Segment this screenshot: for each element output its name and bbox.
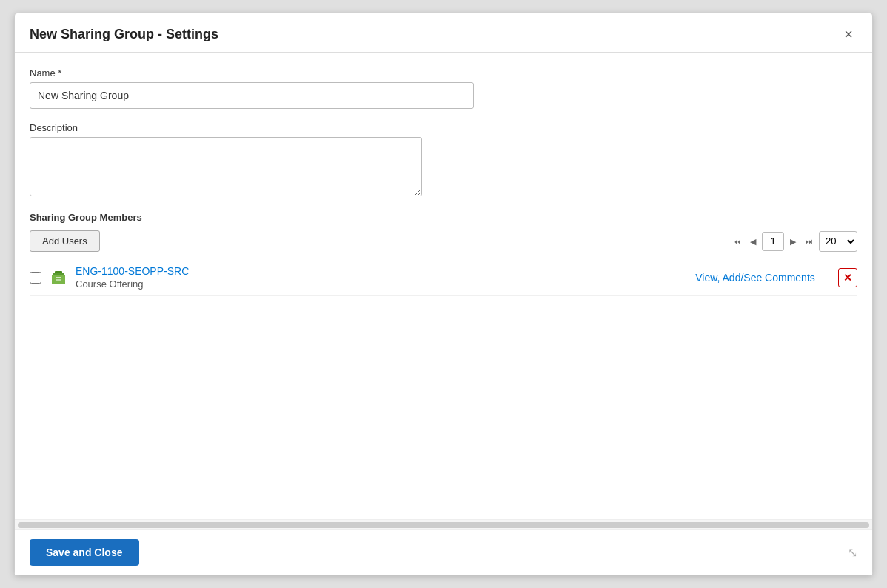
name-input[interactable] <box>30 82 474 109</box>
prev-page-button[interactable] <box>747 235 759 248</box>
member-name-link[interactable]: ENG-1100-SEOPP-SRC <box>76 265 189 277</box>
pagination: 1 20 50 100 <box>730 231 857 252</box>
dialog-header: New Sharing Group - Settings × <box>15 13 872 53</box>
remove-member-button[interactable]: ✕ <box>838 268 857 287</box>
member-checkbox[interactable] <box>30 272 41 284</box>
member-info: ENG-1100-SEOPP-SRC Course Offering <box>76 265 672 290</box>
next-page-button[interactable] <box>787 235 799 248</box>
member-type: Course Offering <box>76 278 672 290</box>
members-list: ENG-1100-SEOPP-SRC Course Offering View,… <box>30 259 857 296</box>
scrollbar-track <box>18 522 869 528</box>
members-toolbar: Add Users 1 20 50 100 <box>30 230 857 252</box>
description-field-group: Description <box>30 122 857 198</box>
svg-rect-4 <box>56 279 61 281</box>
save-close-button[interactable]: Save and Close <box>30 539 139 566</box>
dialog-footer: Save and Close ⤡ <box>15 529 872 575</box>
add-users-button[interactable]: Add Users <box>30 230 100 252</box>
name-field-group: Name * <box>30 67 857 109</box>
description-textarea[interactable] <box>30 137 422 196</box>
dialog-title: New Sharing Group - Settings <box>30 27 218 42</box>
course-offering-icon <box>50 270 67 286</box>
sharing-group-dialog: New Sharing Group - Settings × Name * De… <box>14 13 873 575</box>
per-page-select[interactable]: 20 50 100 <box>819 231 857 252</box>
horizontal-scrollbar[interactable] <box>15 519 872 529</box>
name-label: Name * <box>30 67 857 78</box>
last-page-button[interactable] <box>802 235 816 248</box>
description-label: Description <box>30 122 857 133</box>
dialog-body: Name * Description Sharing Group Members… <box>15 53 872 519</box>
svg-rect-2 <box>55 271 62 273</box>
page-number: 1 <box>762 232 784 251</box>
members-label: Sharing Group Members <box>30 212 857 223</box>
svg-rect-3 <box>56 277 61 278</box>
members-section: Sharing Group Members Add Users 1 20 50 … <box>30 212 857 296</box>
member-permissions-link[interactable]: View, Add/See Comments <box>681 272 829 284</box>
first-page-button[interactable] <box>730 235 744 248</box>
resize-handle: ⤡ <box>848 546 857 560</box>
table-row: ENG-1100-SEOPP-SRC Course Offering View,… <box>30 259 857 296</box>
close-button[interactable]: × <box>840 25 857 43</box>
